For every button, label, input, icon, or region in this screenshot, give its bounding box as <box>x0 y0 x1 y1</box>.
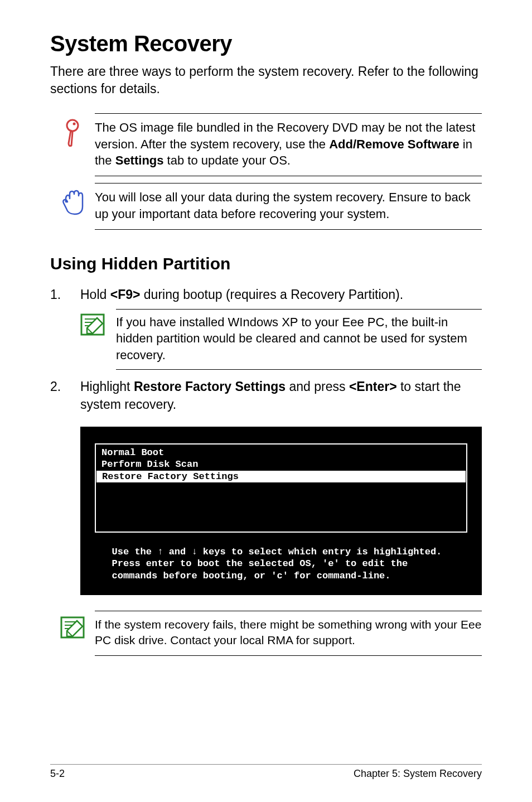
boot-menu-item: Normal Boot <box>96 447 466 458</box>
svg-point-1 <box>73 123 76 125</box>
callout-note-recovery-fail: If the system recovery fails, there migh… <box>50 611 482 656</box>
intro-paragraph: There are three ways to perform the syst… <box>50 63 482 98</box>
step-number: 2. <box>50 378 80 413</box>
callout-bold: Add/Remove Software <box>329 137 460 151</box>
terminal-help-text: Use the ↑ and ↓ keys to select which ent… <box>95 546 467 582</box>
callout-text: If you have installed WIndows XP to your… <box>116 309 482 370</box>
note-pencil-icon <box>60 616 85 656</box>
boot-menu-item-selected: Restore Factory Settings <box>96 471 466 482</box>
page-footer: 5-2 Chapter 5: System Recovery <box>50 764 482 780</box>
callout-tip-recovery-dvd: The OS image file bundled in the Recover… <box>50 113 482 176</box>
step-text: Highlight <box>80 379 134 394</box>
note-pencil-icon <box>80 313 105 370</box>
step-number: 1. <box>50 286 80 303</box>
step-key: <F9> <box>110 287 141 302</box>
svg-point-0 <box>67 120 78 131</box>
page-title: System Recovery <box>50 31 482 56</box>
step-2: 2. Highlight Restore Factory Settings an… <box>50 378 482 413</box>
callout-note-windows-xp: If you have installed WIndows XP to your… <box>80 309 482 370</box>
footer-chapter: Chapter 5: System Recovery <box>354 768 482 780</box>
step-1: 1. Hold <F9> during bootup (requires a R… <box>50 286 482 303</box>
footer-page-number: 5-2 <box>50 768 65 780</box>
pin-icon <box>62 119 83 176</box>
callout-text: If the system recovery fails, there migh… <box>95 611 482 656</box>
section-heading: Using Hidden Partition <box>50 254 482 273</box>
hand-stop-icon <box>60 189 85 229</box>
step-text: Hold <box>80 287 110 302</box>
callout-text: tab to update your OS. <box>164 153 291 167</box>
step-text: and press <box>286 379 349 394</box>
callout-warning-data-loss: You will lose all your data during the s… <box>50 183 482 229</box>
callout-bold: Settings <box>115 153 164 167</box>
terminal-screenshot: Normal Boot Perform Disk Scan Restore Fa… <box>80 427 482 595</box>
step-bold: Restore Factory Settings <box>134 379 286 394</box>
boot-menu-item: Perform Disk Scan <box>96 458 466 470</box>
boot-menu-box: Normal Boot Perform Disk Scan Restore Fa… <box>95 443 467 533</box>
step-text: during bootup (requires a Recovery Parti… <box>140 287 403 302</box>
step-key: <Enter> <box>349 379 397 394</box>
callout-text: You will lose all your data during the s… <box>95 183 482 229</box>
